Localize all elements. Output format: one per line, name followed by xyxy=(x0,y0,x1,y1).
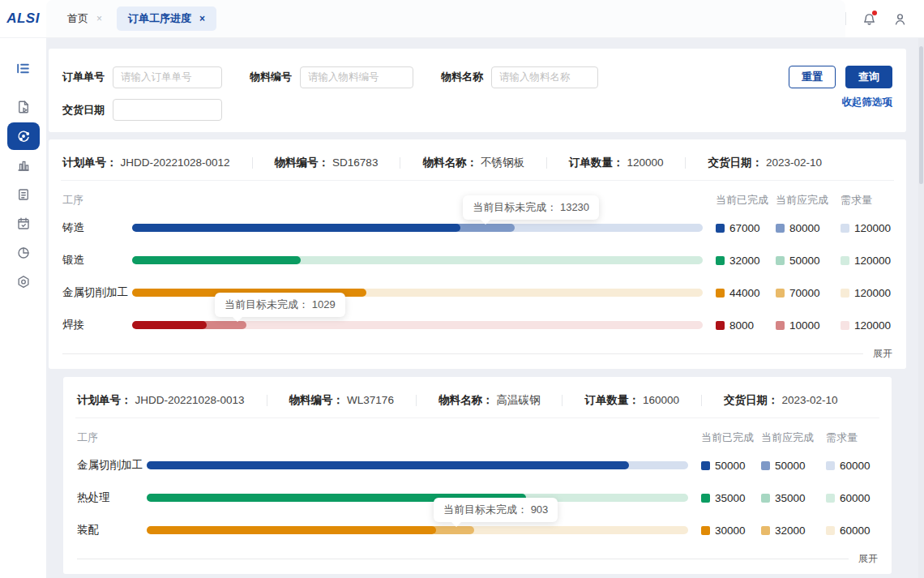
delivery-date-input[interactable] xyxy=(113,99,222,121)
progress-bar[interactable]: 当前目标未完成： 13230 xyxy=(132,224,703,232)
col-header-should: 当前应完成 xyxy=(776,193,841,208)
material-name-input[interactable] xyxy=(491,66,598,88)
done-cell-swatch xyxy=(716,321,725,330)
order-header-field: 交货日期：2023-02-10 xyxy=(724,393,838,408)
expand-divider-line xyxy=(77,559,849,559)
should-cell: 70000 xyxy=(776,287,841,299)
demand-cell: 60000 xyxy=(826,492,878,504)
done-cell: 50000 xyxy=(701,460,761,472)
delivery-date-label: 交货日期 xyxy=(62,103,105,118)
should-cell-swatch xyxy=(761,494,770,503)
scrollbar-thumb[interactable] xyxy=(919,46,923,184)
demand-cell-value: 60000 xyxy=(840,492,871,504)
query-button[interactable]: 查询 xyxy=(845,66,892,88)
done-cell-swatch xyxy=(716,289,725,298)
order-header-field: 订单数量：120000 xyxy=(569,156,664,170)
demand-cell-value: 120000 xyxy=(854,222,891,234)
should-cell-swatch xyxy=(776,289,785,298)
order-card-list: 计划单号：JHDD-20221028-0012物料编号：SD16783物料名称：… xyxy=(49,139,906,574)
progress-bar[interactable] xyxy=(132,256,703,264)
filter-order-no: 订单单号 xyxy=(62,66,222,88)
demand-cell: 120000 xyxy=(841,287,892,299)
collapse-filter-link[interactable]: 收起筛选项 xyxy=(842,96,893,109)
order-header-field-label: 计划单号： xyxy=(62,156,118,170)
process-row: 铸造当前目标未完成： 132306700080000120000 xyxy=(62,212,892,244)
demand-cell-swatch xyxy=(826,526,835,535)
should-cell-swatch xyxy=(761,526,770,535)
progress-bar[interactable]: 当前目标未完成： 903 xyxy=(147,526,688,534)
process-column-title: 工序 xyxy=(62,193,132,208)
should-cell: 32000 xyxy=(761,524,826,537)
done-cell-swatch xyxy=(701,526,710,535)
tab-order-process-close-icon[interactable]: × xyxy=(199,13,205,24)
progress-tooltip-text: 当前目标未完成： 903 xyxy=(443,503,548,516)
progress-tooltip-text: 当前目标未完成： 13230 xyxy=(473,201,589,213)
user-icon[interactable] xyxy=(892,11,908,27)
header-separator xyxy=(562,395,563,406)
top-actions xyxy=(845,11,924,27)
sidebar-item-settings[interactable] xyxy=(7,268,40,296)
main-content: 订单单号 物料编号 物料名称 重置 查询 交货日期 收起筛选项 计 xyxy=(46,38,918,578)
tab-home-close-icon[interactable]: × xyxy=(96,13,102,24)
should-cell: 10000 xyxy=(776,319,841,332)
done-cell: 30000 xyxy=(701,524,761,537)
tab-order-process-progress[interactable]: 订单工序进度 × xyxy=(117,6,216,31)
progress-tooltip: 当前目标未完成： 1029 xyxy=(215,293,345,317)
expand-row: 展开 xyxy=(62,343,892,364)
order-header-field: 物料名称：不锈钢板 xyxy=(422,156,524,170)
order-header-field-value: 120000 xyxy=(627,156,663,169)
order-no-input[interactable] xyxy=(113,66,222,88)
progress-tooltip-text: 当前目标未完成： 1029 xyxy=(225,298,336,310)
progress-bar[interactable] xyxy=(147,461,688,469)
sidebar-item-schedule[interactable] xyxy=(7,210,40,238)
bell-icon[interactable] xyxy=(861,11,877,27)
col-header-done: 当前已完成 xyxy=(701,430,761,445)
done-cell-value: 32000 xyxy=(729,255,760,267)
tab-bar: 首页 × 订单工序进度 × xyxy=(46,0,845,37)
order-header-field-value: 2023-02-10 xyxy=(766,156,822,169)
expand-row: 展开 xyxy=(77,548,878,569)
done-cell-swatch xyxy=(716,224,725,233)
done-cell: 32000 xyxy=(716,255,776,267)
expand-link[interactable]: 展开 xyxy=(858,552,878,566)
order-header-field-label: 物料名称： xyxy=(422,156,477,170)
should-cell-value: 80000 xyxy=(789,222,820,234)
should-cell-value: 35000 xyxy=(775,492,806,504)
calendar-check-icon xyxy=(16,216,31,231)
app-logo: ALSI xyxy=(6,11,40,27)
order-header-field-label: 订单数量： xyxy=(584,393,640,408)
expand-link[interactable]: 展开 xyxy=(873,347,892,361)
sidebar-item-analytics[interactable] xyxy=(7,152,40,179)
reset-button[interactable]: 重置 xyxy=(789,66,836,88)
progress-bar[interactable] xyxy=(147,494,688,502)
tab-home[interactable]: 首页 × xyxy=(56,6,113,31)
should-cell: 50000 xyxy=(776,255,841,267)
material-no-input[interactable] xyxy=(300,66,413,88)
process-icon xyxy=(16,129,31,143)
demand-cell-value: 120000 xyxy=(854,255,891,267)
sidebar-item-documents[interactable] xyxy=(7,93,40,121)
sidebar-item-reports[interactable] xyxy=(7,239,40,267)
sidebar-item-orders[interactable] xyxy=(7,181,40,208)
collapse-menu-icon[interactable] xyxy=(7,54,40,82)
progress-tooltip: 当前目标未完成： 13230 xyxy=(463,195,599,220)
process-row: 金属切削加工500005000060000 xyxy=(77,449,878,482)
order-header-field: 物料名称：高温碳钢 xyxy=(438,393,541,408)
col-header-demand: 需求量 xyxy=(826,430,878,445)
demand-cell-value: 60000 xyxy=(840,524,871,537)
bar-should-segment xyxy=(431,526,474,534)
col-header-should: 当前应完成 xyxy=(761,430,826,445)
process-table: 工序当前已完成当前应完成需求量铸造当前目标未完成： 13230670008000… xyxy=(62,181,892,341)
bar-done-segment xyxy=(132,224,460,232)
demand-cell-swatch xyxy=(841,289,849,298)
tab-order-process-label: 订单工序进度 xyxy=(128,11,191,26)
bar-should-segment xyxy=(455,224,515,232)
sidebar-item-process-progress[interactable] xyxy=(7,122,40,150)
topbar-divider xyxy=(845,12,846,25)
should-cell-swatch xyxy=(776,321,785,330)
done-cell-value: 8000 xyxy=(729,319,754,332)
notification-dot xyxy=(872,11,877,15)
order-header: 计划单号：JHDD-20221028-0013物料编号：WL37176物料名称：… xyxy=(77,388,878,417)
progress-bar[interactable]: 当前目标未完成： 1029 xyxy=(132,321,703,329)
filter-row-2: 交货日期 xyxy=(62,99,892,121)
